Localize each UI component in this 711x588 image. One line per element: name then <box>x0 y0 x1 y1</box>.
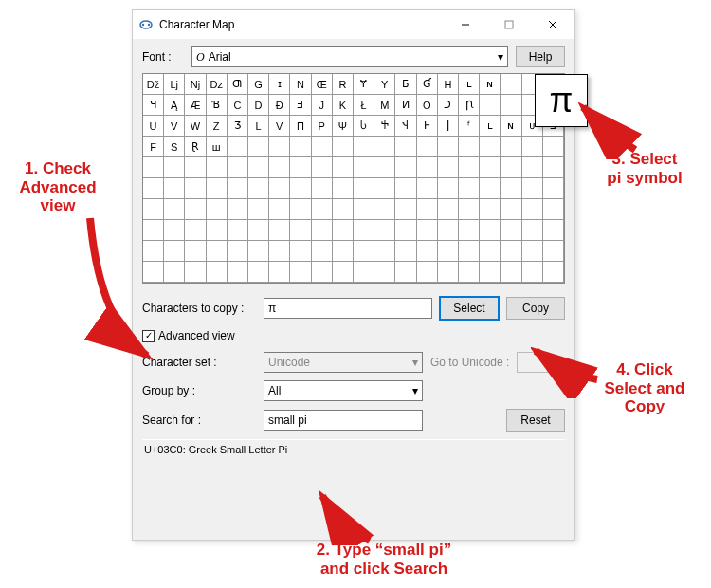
grid-cell[interactable] <box>312 199 333 220</box>
grid-cell[interactable] <box>522 137 543 157</box>
grid-cell[interactable] <box>522 199 543 220</box>
grid-cell[interactable] <box>438 220 459 241</box>
grid-cell[interactable] <box>185 262 206 283</box>
grid-cell[interactable] <box>333 220 354 241</box>
grid-cell[interactable]: V <box>269 116 290 137</box>
grid-cell[interactable]: Œ <box>312 74 333 95</box>
grid-cell[interactable] <box>164 199 185 220</box>
grid-cell[interactable] <box>459 262 480 283</box>
grid-cell[interactable]: Ɥ <box>143 95 164 116</box>
grid-cell[interactable]: Dž <box>143 74 164 95</box>
grid-cell[interactable]: K <box>333 95 354 116</box>
grid-cell[interactable]: Lj <box>164 74 185 95</box>
search-input[interactable]: small pi <box>264 410 423 431</box>
grid-cell[interactable] <box>185 241 206 262</box>
grid-cell[interactable] <box>185 157 206 178</box>
grid-cell[interactable] <box>543 262 564 283</box>
grid-cell[interactable] <box>228 178 248 199</box>
grid-cell[interactable] <box>207 220 228 241</box>
grid-cell[interactable] <box>333 241 354 262</box>
font-select[interactable]: O Arial ▾ <box>191 46 508 67</box>
grid-cell[interactable]: Ⴑ <box>354 116 374 137</box>
grid-cell[interactable] <box>480 95 501 116</box>
grid-cell[interactable] <box>438 157 459 178</box>
grid-cell[interactable] <box>395 199 416 220</box>
grid-cell[interactable] <box>459 220 480 241</box>
grid-cell[interactable] <box>438 178 459 199</box>
grid-cell[interactable] <box>248 137 269 157</box>
grid-cell[interactable] <box>290 157 311 178</box>
grid-cell[interactable] <box>164 220 185 241</box>
grid-cell[interactable] <box>185 178 206 199</box>
grid-cell[interactable] <box>543 157 564 178</box>
grid-cell[interactable]: ш <box>207 137 228 157</box>
chars-to-copy-input[interactable]: π <box>264 298 432 319</box>
grid-cell[interactable] <box>501 157 521 178</box>
grid-cell[interactable]: ɪ <box>269 74 290 95</box>
grid-cell[interactable] <box>207 262 228 283</box>
grid-cell[interactable] <box>269 178 290 199</box>
grid-cell[interactable]: Ͷ <box>395 95 416 116</box>
grid-cell[interactable] <box>269 137 290 157</box>
grid-cell[interactable] <box>354 157 374 178</box>
grid-cell[interactable]: Ǝ <box>290 95 311 116</box>
grid-cell[interactable]: Ɓ <box>207 95 228 116</box>
grid-cell[interactable] <box>290 220 311 241</box>
grid-cell[interactable] <box>374 157 395 178</box>
grid-cell[interactable] <box>312 262 333 283</box>
grid-cell[interactable] <box>354 220 374 241</box>
grid-cell[interactable] <box>228 262 248 283</box>
grid-cell[interactable] <box>501 241 521 262</box>
grid-cell[interactable] <box>374 220 395 241</box>
grid-cell[interactable] <box>501 74 521 95</box>
grid-cell[interactable] <box>248 178 269 199</box>
grid-cell[interactable]: ǀ <box>438 116 459 137</box>
grid-cell[interactable] <box>417 241 438 262</box>
grid-cell[interactable] <box>312 241 333 262</box>
grid-cell[interactable] <box>438 241 459 262</box>
grid-cell[interactable]: Ð <box>269 95 290 116</box>
grid-cell[interactable]: U <box>143 116 164 137</box>
grid-cell[interactable] <box>333 137 354 157</box>
grid-cell[interactable] <box>480 157 501 178</box>
grid-cell[interactable]: Z <box>207 116 228 137</box>
grid-cell[interactable] <box>269 199 290 220</box>
grid-cell[interactable] <box>522 157 543 178</box>
grid-cell[interactable] <box>143 178 164 199</box>
grid-cell[interactable] <box>438 199 459 220</box>
grid-cell[interactable] <box>228 241 248 262</box>
grid-cell[interactable] <box>354 137 374 157</box>
grid-cell[interactable]: ɴ <box>501 116 521 137</box>
grid-cell[interactable] <box>395 137 416 157</box>
grid-cell[interactable] <box>417 157 438 178</box>
grid-cell[interactable] <box>290 137 311 157</box>
grid-cell[interactable] <box>185 220 206 241</box>
grid-cell[interactable] <box>374 262 395 283</box>
grid-cell[interactable]: Dz <box>207 74 228 95</box>
grid-cell[interactable] <box>312 137 333 157</box>
grid-cell[interactable] <box>522 220 543 241</box>
grid-cell[interactable]: M <box>374 95 395 116</box>
grid-cell[interactable]: O <box>417 95 438 116</box>
grid-cell[interactable] <box>354 241 374 262</box>
grid-cell[interactable]: Ꞃ <box>459 95 480 116</box>
grid-cell[interactable] <box>333 178 354 199</box>
charset-select[interactable]: Unicode▾ <box>264 352 423 373</box>
grid-cell[interactable] <box>374 137 395 157</box>
grid-cell[interactable]: D <box>248 95 269 116</box>
grid-cell[interactable]: L <box>248 116 269 137</box>
grid-cell[interactable]: F <box>143 137 164 157</box>
grid-cell[interactable]: P <box>312 116 333 137</box>
grid-cell[interactable]: Ↄ <box>438 95 459 116</box>
help-button[interactable]: Help <box>516 46 565 67</box>
grid-cell[interactable] <box>290 241 311 262</box>
grid-cell[interactable] <box>185 199 206 220</box>
grid-cell[interactable] <box>480 241 501 262</box>
character-grid[interactable]: DžLjNjDzƢGɪNŒRɎYƂƓHʟɴꞍĄÆƁCDÐƎJKŁMͶOↃꞂUVW… <box>142 73 565 284</box>
grid-cell[interactable] <box>374 241 395 262</box>
grid-cell[interactable] <box>228 157 248 178</box>
grid-cell[interactable] <box>459 199 480 220</box>
grid-cell[interactable] <box>395 241 416 262</box>
grid-cell[interactable] <box>354 199 374 220</box>
grid-cell[interactable] <box>417 137 438 157</box>
